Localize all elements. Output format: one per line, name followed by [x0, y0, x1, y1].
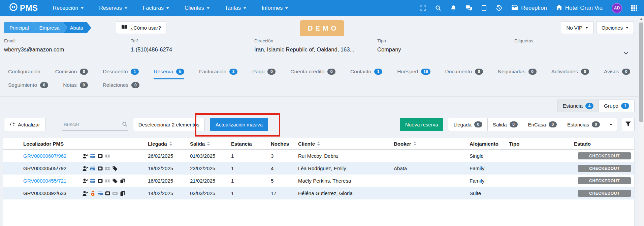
filter-salida-button[interactable]: Salida0: [487, 118, 523, 131]
reservations-table: Localizador PMS Llegada Salida Estancia …: [3, 138, 635, 226]
reservation-locator[interactable]: GRV00000505/792: [23, 165, 80, 171]
fullscreen-icon[interactable]: [420, 5, 426, 11]
filter-button[interactable]: [622, 118, 635, 131]
row-icons: [83, 153, 111, 159]
menu-label: Clientes: [185, 5, 204, 11]
stay-cell: 1: [227, 165, 267, 171]
hotel-label: Hotel Gran Via: [565, 5, 603, 11]
hotel-selector[interactable]: Hotel Gran Via: [556, 5, 603, 12]
reservation-locator-link[interactable]: GRV00000455/721: [23, 178, 80, 184]
col-salida[interactable]: Salida: [186, 141, 227, 147]
sort-icon: [169, 141, 172, 146]
apps-grid-icon[interactable]: [631, 5, 637, 11]
terminal-icon: [97, 178, 104, 184]
menu-clientes[interactable]: Clientes: [185, 5, 210, 11]
tab-relaciones[interactable]: Relaciones0: [103, 82, 140, 93]
medal-icon: [90, 190, 96, 196]
chevron-down-icon: [585, 27, 588, 29]
col-cliente[interactable]: Cliente: [294, 141, 390, 147]
brand-text: PMS: [20, 3, 38, 13]
filters-dropdown-button[interactable]: [605, 118, 617, 131]
breadcrumb-principal[interactable]: Principal: [4, 22, 37, 33]
menu-tarifas[interactable]: Tarifas: [225, 5, 246, 11]
tab-documento[interactable]: Documento0: [445, 69, 483, 79]
tab-label: Seguimiento: [8, 82, 37, 88]
estancia-toggle-button[interactable]: Estancia 4: [557, 100, 598, 112]
departure-cell: 23/02/2025: [186, 165, 227, 171]
tab-pago[interactable]: Pago0: [252, 69, 276, 79]
terminal-icon: [105, 190, 111, 196]
reservation-locator-link[interactable]: GRV00000607/962: [23, 153, 80, 159]
deselect-label: Deseleccionar 2 elementos: [138, 122, 199, 127]
bulk-update-button[interactable]: Actualización masiva: [210, 118, 268, 131]
menu-facturas[interactable]: Facturas: [143, 5, 169, 11]
grupo-toggle-button[interactable]: Grupo 1: [599, 100, 635, 112]
vip-dropdown-button[interactable]: No VIP: [561, 21, 593, 34]
breadcrumb-empresa[interactable]: Empresa: [33, 22, 68, 33]
pms-logo[interactable]: PMS: [9, 3, 38, 13]
tab-seguimiento[interactable]: Seguimiento0: [8, 82, 48, 93]
top-navbar: PMS Recepción Reservas Facturas Clientes…: [0, 0, 644, 16]
filter-llegada-button[interactable]: Llegada0: [448, 118, 487, 131]
scrollbar-up-arrow[interactable]: [640, 18, 643, 20]
filter-encasa-button[interactable]: EnCasa0: [523, 118, 562, 131]
person-check-icon: [83, 190, 89, 196]
search-input[interactable]: [62, 118, 128, 130]
vertical-scrollbar[interactable]: [639, 16, 644, 226]
bulk-update-label: Actualización masiva: [216, 122, 263, 127]
search-icon: [122, 121, 128, 128]
tab-negociadas[interactable]: Negociadas0: [498, 69, 537, 79]
client-cell: Maëly Perkins, Theresa: [294, 178, 390, 184]
options-dropdown-button[interactable]: Opciones: [596, 21, 634, 34]
filter-badge: 0: [510, 121, 518, 127]
menu-recepcion[interactable]: Recepción: [53, 5, 84, 11]
person-check-icon: [83, 165, 89, 171]
tag-icon: [112, 165, 119, 171]
history-icon[interactable]: [496, 5, 502, 11]
new-reservation-button[interactable]: Nueva reserva: [400, 118, 444, 131]
section-divider: [0, 96, 644, 97]
tab-notas[interactable]: Notas0: [63, 82, 88, 93]
cash-icon: [105, 178, 111, 184]
demo-badge: DEMO: [300, 20, 344, 36]
refresh-button[interactable]: Actualizar: [4, 118, 45, 131]
chat-icon[interactable]: [465, 5, 472, 11]
tab-comision[interactable]: Comisión0: [55, 69, 88, 79]
status-badge: CHECKEDOUT: [578, 165, 631, 172]
deselect-button[interactable]: Deseleccionar 2 elementos: [133, 118, 205, 131]
reception-selector[interactable]: Reception: [511, 5, 547, 12]
col-booker[interactable]: Booker: [390, 141, 465, 147]
tab-actividades[interactable]: Actividades0: [551, 69, 589, 79]
how-to-use-button[interactable]: ¿Cómo usar?: [116, 21, 166, 34]
tab-contacto[interactable]: Contacto1: [350, 69, 382, 79]
chevron-down-icon: [125, 7, 127, 9]
scrollbar-thumb[interactable]: [639, 23, 643, 122]
tab-facturacion[interactable]: Facturación3: [199, 69, 237, 79]
bell-icon[interactable]: [450, 5, 456, 11]
address-value: Iran, Islamic Republic of, Oakland, 163.…: [254, 46, 377, 53]
tab-avisos[interactable]: Avisos0: [604, 69, 630, 79]
filter-estancias-button[interactable]: Estancias0: [562, 118, 605, 131]
sort-icon: [317, 141, 320, 146]
refresh-icon: [9, 121, 15, 128]
tab-cuenta-credito[interactable]: Cuenta crédito0: [290, 69, 335, 79]
email-value: wberry3s@amazon.com: [4, 46, 131, 53]
menu-informes[interactable]: Informes: [262, 5, 288, 11]
tab-descuento[interactable]: Descuento1: [103, 69, 139, 79]
col-alojamiento: Alojamiento: [465, 141, 505, 147]
departure-cell: 01/03/2025: [186, 153, 227, 159]
menu-label: Facturas: [143, 5, 164, 11]
user-avatar[interactable]: AD: [612, 3, 622, 13]
menu-reservas[interactable]: Reservas: [99, 5, 127, 11]
col-llegada[interactable]: Llegada: [144, 141, 186, 147]
tab-reserva[interactable]: Reserva5: [154, 69, 184, 79]
reservation-locator[interactable]: GRV00000392/633: [23, 190, 80, 196]
copy-icon: [120, 178, 126, 184]
tags-expand-chevron-icon[interactable]: [623, 50, 629, 56]
search-icon[interactable]: [435, 5, 441, 11]
client-cell: Héléna Gutierrez, Gloria: [294, 190, 390, 196]
tab-configuracion[interactable]: Configuración: [8, 69, 40, 79]
tab-huesped[interactable]: Huésped16: [397, 69, 430, 79]
tablet-icon[interactable]: [481, 5, 487, 11]
email-field: Email wberry3s@amazon.com: [4, 38, 131, 57]
